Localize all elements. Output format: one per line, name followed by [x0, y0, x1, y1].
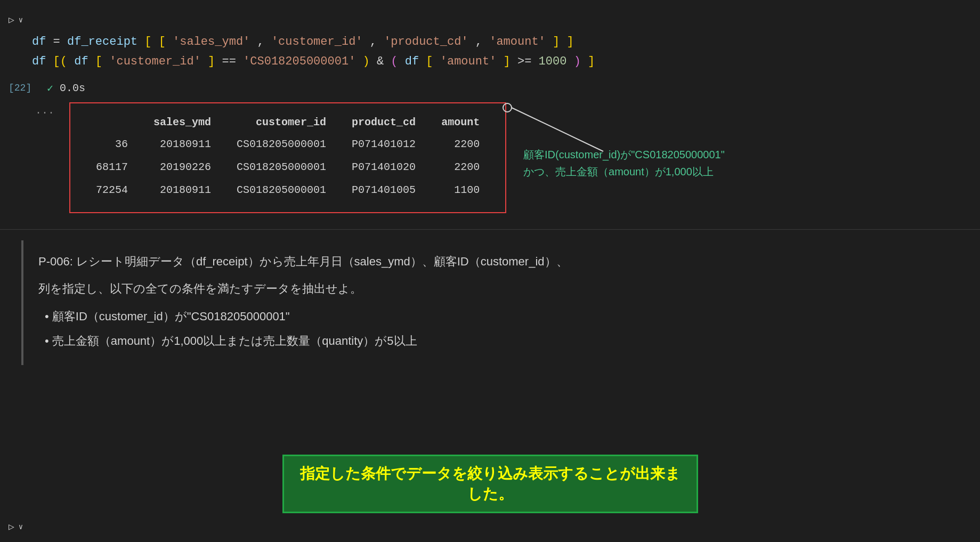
- cell-amount: 1100: [428, 179, 492, 201]
- cell-amount: 2200: [428, 133, 492, 156]
- cell-product-cd: P071401020: [339, 156, 428, 179]
- bottom-chevron-icon[interactable]: ∨: [19, 522, 23, 531]
- section-divider: [0, 229, 980, 230]
- table-row: 68117 20190226 CS018205000001 P071401020…: [83, 156, 492, 179]
- col-customer-id: customer_id: [224, 112, 339, 133]
- cell-sales-ymd: 20180911: [141, 133, 224, 156]
- condition-1: 顧客ID（customer_id）が"CS018205000001": [45, 306, 944, 327]
- cell-customer-id: CS018205000001: [224, 179, 339, 201]
- chevron-down-icon[interactable]: ∨: [19, 15, 23, 25]
- cell-amount: 2200: [428, 156, 492, 179]
- cell-sales-ymd: 20190226: [141, 156, 224, 179]
- table-row: 36 20180911 CS018205000001 P071401012 22…: [83, 133, 492, 156]
- table-header-row: sales_ymd customer_id product_cd amount: [83, 112, 492, 133]
- cell-product-cd: P071401005: [339, 179, 428, 201]
- execution-time: 0.0s: [60, 82, 85, 94]
- table-row: 72254 20180911 CS018205000001 P071401005…: [83, 179, 492, 201]
- desc-subtitle: 列を指定し、以下の全ての条件を満たすデータを抽出せよ。: [38, 278, 944, 300]
- code-line-2: df [( df [ 'customer_id' ] == 'CS0182050…: [32, 52, 948, 71]
- output-line: [22] ✓ 0.0s: [0, 78, 980, 98]
- result-table: sales_ymd customer_id product_cd amount …: [83, 112, 492, 201]
- condition-list: 顧客ID（customer_id）が"CS018205000001" 売上金額（…: [38, 306, 944, 351]
- problem-description: P-006: レシート明細データ（df_receipt）から売上年月日（sale…: [21, 240, 959, 365]
- cell-gutter: ...: [27, 102, 63, 119]
- annotation-text: 顧客ID(customer_id)が"CS018205000001" かつ、売上…: [523, 146, 725, 180]
- code-line-1: df = df_receipt [ [ 'sales_ymd' , 'custo…: [32, 32, 948, 52]
- cell-customer-id: CS018205000001: [224, 133, 339, 156]
- cell-customer-id: CS018205000001: [224, 156, 339, 179]
- col-amount: amount: [428, 112, 492, 133]
- col-product-cd: product_cd: [339, 112, 428, 133]
- condition-2: 売上金額（amount）が1,000以上または売上数量（quantity）が5以…: [45, 330, 944, 352]
- bottom-bar: 指定した条件でデータを絞り込み表示することが出来ました。 ▷ ∨: [0, 442, 980, 542]
- cell-number: [22]: [9, 83, 41, 93]
- success-banner: 指定した条件でデータを絞り込み表示することが出来ました。: [282, 455, 698, 513]
- desc-title: P-006: レシート明細データ（df_receipt）から売上年月日（sale…: [38, 251, 944, 272]
- cell-product-cd: P071401012: [339, 133, 428, 156]
- col-index: [83, 112, 141, 133]
- cell-index: 36: [83, 133, 141, 156]
- bottom-cell-controls: ▷ ∨: [0, 519, 980, 535]
- col-sales-ymd: sales_ymd: [141, 112, 224, 133]
- cell-index: 68117: [83, 156, 141, 179]
- bottom-run-button[interactable]: ▷: [9, 521, 14, 532]
- code-block: df = df_receipt [ [ 'sales_ymd' , 'custo…: [0, 30, 980, 78]
- cell-index: 72254: [83, 179, 141, 201]
- cell-sales-ymd: 20180911: [141, 179, 224, 201]
- banner-text: 指定した条件でデータを絞り込み表示することが出来ました。: [300, 465, 681, 502]
- svg-line-1: [512, 108, 603, 151]
- run-button[interactable]: ▷: [9, 14, 14, 26]
- dataframe-output: sales_ymd customer_id product_cd amount …: [69, 102, 506, 213]
- check-icon: ✓: [47, 82, 53, 95]
